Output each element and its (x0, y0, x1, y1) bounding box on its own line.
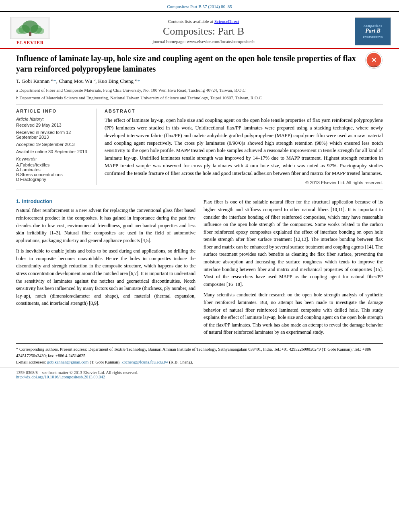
revised-date: Received in revised form 12 September 20… (16, 130, 90, 140)
journal-ref: Composites: Part B 57 (2014) 80–85 (167, 4, 232, 9)
email-link-1[interactable]: gobikannan@gmail.com (47, 360, 88, 364)
abstract-heading: ABSTRACT (105, 109, 383, 113)
composites-logo-image: composites Part B ENGINEERING (355, 17, 391, 45)
keyword-3: Stress concentrations (16, 172, 90, 177)
received-date: Received 29 May 2013 (16, 123, 90, 127)
keyword-2: Laminates (16, 167, 90, 172)
crossmark: ✕ CrossMark (365, 51, 383, 71)
article-info-heading: ARTICLE INFO (16, 109, 90, 113)
article-title: Influence of laminate lay-up, hole size … (16, 53, 383, 74)
accepted-date: Accepted 19 September 2013 (16, 142, 90, 147)
svg-text:✕: ✕ (371, 57, 376, 64)
available-date: Available online 30 September 2013 (16, 149, 90, 154)
elsevier-brand: ELSEVIER (16, 40, 44, 46)
svg-point-5 (16, 28, 24, 34)
affiliation-a: a Department of Fiber and Composite Mate… (16, 87, 383, 94)
copyright-line: © 2013 Elsevier Ltd. All rights reserved… (105, 180, 383, 185)
homepage-text: journal homepage: www.elsevier.com/locat… (152, 39, 254, 44)
body-content: 1. Introduction Natural fiber reinforcem… (0, 198, 399, 339)
svg-rect-4 (29, 32, 31, 36)
author-star2[interactable]: * (138, 78, 140, 84)
col-left: 1. Introduction Natural fiber reinforcem… (16, 198, 195, 339)
abstract-section: ABSTRACT The effect of laminate lay-up, … (105, 109, 383, 185)
intro-para3: Flax fiber is one of the suitable natura… (204, 198, 383, 288)
issn-line: 1359-8368/$ – see front matter © 2013 El… (16, 370, 138, 375)
author-sep1: , Chang Mou Wu (56, 78, 94, 84)
affiliation-b: b Department of Materials Science and En… (16, 94, 383, 101)
title-area: ✕ CrossMark Influence of laminate lay-up… (16, 53, 383, 74)
col-right: Flax fiber is one of the suitable natura… (204, 198, 383, 339)
sciencedirect-link[interactable]: ScienceDirect (214, 19, 239, 24)
journal-header: Composites: Part B 57 (2014) 80–85 (0, 0, 399, 12)
article-info-box: ARTICLE INFO Article history: Received 2… (16, 109, 97, 185)
footnote-section: * Corresponding authors. Present address… (16, 343, 383, 365)
journal-title-header: Composites: Part B (52, 25, 355, 37)
main-content: ✕ CrossMark Influence of laminate lay-up… (0, 49, 399, 198)
keywords-label: Keywords: (16, 156, 90, 161)
email-link-2[interactable]: kbcheng@fcuna.fcu.edu.tw (121, 360, 168, 364)
article-info-abstract: ARTICLE INFO Article history: Received 2… (16, 104, 383, 189)
header-center: Contents lists available at ScienceDirec… (52, 19, 355, 44)
abstract-text: The effect of laminate lay-up, open hole… (105, 117, 383, 177)
keyword-1: Fabrics/textiles (16, 162, 90, 167)
intro-heading: 1. Introduction (16, 198, 195, 204)
intro-para2: It is inevitable to enable joints and bo… (16, 247, 195, 307)
affil-a2-sup: a, (135, 77, 138, 82)
bottom-bar: 1359-8368/$ – see front matter © 2013 El… (0, 368, 399, 382)
svg-text:CrossMark: CrossMark (369, 65, 379, 68)
author-names: T. Gobi Kannan (16, 78, 51, 84)
authors-line: T. Gobi Kannan a,*, Chang Mou Wu b, Kuo … (16, 77, 383, 84)
intro-para1: Natural fiber reinforcement is a new adv… (16, 207, 195, 244)
affiliations: a Department of Fiber and Composite Mate… (16, 87, 383, 101)
sciencedirect-line: Contents lists available at ScienceDirec… (52, 19, 355, 24)
elsevier-image (10, 17, 50, 39)
keywords-section: Keywords: Fabrics/textiles Laminates Str… (16, 156, 90, 182)
intro-para4: Many scientists conducted their research… (204, 291, 383, 336)
keyword-4: Fractography (16, 177, 90, 182)
header-content: ELSEVIER Contents lists available at Sci… (0, 14, 399, 49)
history-label: Article history: (16, 117, 90, 121)
footnote-star: * Corresponding authors. Present address… (16, 346, 383, 359)
journal-homepage: journal homepage: www.elsevier.com/locat… (52, 39, 355, 44)
page: Composites: Part B 57 (2014) 80–85 (0, 0, 399, 532)
sciencedirect-text: Contents lists available at (168, 19, 213, 24)
svg-point-6 (36, 28, 44, 34)
elsevier-logo: ELSEVIER (8, 17, 52, 46)
author-sep2: , Kuo Bing Cheng (95, 78, 135, 84)
doi-link[interactable]: http://dx.doi.org/10.1016/j.compositesb.… (16, 375, 105, 379)
footnote-emails: E-mail addresses: gobikannan@gmail.com (… (16, 359, 383, 366)
